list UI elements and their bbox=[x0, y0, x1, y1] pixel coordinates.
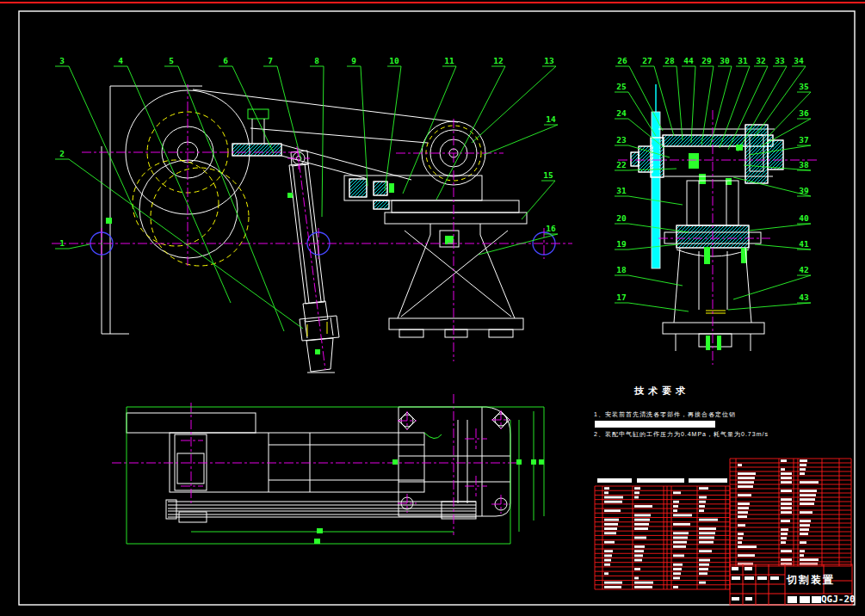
bom-cell-text-blob bbox=[634, 568, 640, 570]
bom-cell-text-blob bbox=[673, 554, 684, 557]
callout-label: 43 bbox=[799, 293, 809, 302]
bom-cell-text-blob bbox=[699, 519, 718, 521]
bom-cell-text-blob bbox=[781, 511, 792, 514]
plan-view bbox=[127, 407, 510, 522]
bom-cell-text-blob bbox=[634, 487, 640, 490]
callout-leader bbox=[472, 66, 556, 143]
callout-label: 16 bbox=[546, 224, 556, 233]
callout-label: 18 bbox=[616, 265, 627, 274]
bom-cell-text-blob bbox=[673, 572, 681, 575]
bom-cell-text-blob bbox=[738, 477, 755, 479]
rect-shape bbox=[768, 140, 783, 169]
bom-cell-text-blob bbox=[699, 582, 706, 584]
rect-shape bbox=[689, 153, 699, 169]
path-shape bbox=[398, 410, 510, 430]
bom-cell-text-blob bbox=[673, 501, 679, 503]
bom-cell-text-blob bbox=[634, 586, 652, 588]
path-shape bbox=[181, 428, 487, 496]
callout-label: 11 bbox=[444, 56, 454, 65]
bom-cell-text-blob bbox=[604, 501, 622, 503]
bom-cell-text-blob bbox=[634, 523, 649, 526]
callout-label: 35 bbox=[799, 82, 809, 91]
bom-cell-text-blob bbox=[800, 533, 808, 535]
path-shape bbox=[307, 322, 327, 336]
bom-cell-text-blob bbox=[800, 472, 805, 475]
bom-cell-text-blob bbox=[673, 537, 688, 539]
bom-cell-text-blob bbox=[800, 550, 805, 552]
bom-cell-text-blob bbox=[604, 564, 610, 566]
callout-leader bbox=[710, 66, 732, 146]
bom-cell-text-blob bbox=[800, 541, 806, 544]
rect-shape bbox=[651, 138, 664, 177]
callout-leader bbox=[55, 66, 138, 218]
cad-drawing: 3456789101112131415162126272844293031323… bbox=[0, 0, 865, 616]
cad-viewport: 3456789101112131415162126272844293031323… bbox=[0, 0, 865, 616]
bom-cell-text-blob bbox=[738, 494, 751, 496]
callout-label: 14 bbox=[546, 114, 556, 124]
rect-shape bbox=[663, 323, 764, 334]
path-shape bbox=[676, 334, 751, 351]
title-block-title: 切割装置 bbox=[787, 573, 835, 588]
bom-cell-text-blob bbox=[634, 554, 643, 557]
callout-label: 19 bbox=[616, 239, 627, 249]
rect-shape bbox=[637, 478, 684, 483]
bom-cell-text-blob bbox=[699, 568, 708, 570]
callout-label: 7 bbox=[268, 56, 273, 65]
path-shape bbox=[193, 89, 458, 143]
rect-shape bbox=[399, 330, 423, 337]
bom-cell-text-blob bbox=[800, 490, 817, 492]
bom-cell-text-blob bbox=[634, 519, 650, 521]
bom-cell-text-blob bbox=[604, 586, 621, 588]
bom-cell-text-blob bbox=[738, 511, 748, 514]
callout-label: 25 bbox=[616, 82, 627, 91]
callout-leader bbox=[728, 303, 811, 310]
bom-cell-text-blob bbox=[673, 564, 683, 566]
rect-shape bbox=[706, 336, 710, 350]
bom-cell-text-blob bbox=[673, 586, 678, 588]
bom-cell-text-blob bbox=[781, 490, 792, 492]
bom-cell-text-blob bbox=[781, 459, 787, 462]
callout-label: 17 bbox=[616, 293, 626, 302]
tech-requirement-item-2: 2、装配中气缸的工作压力为0.4MPa，耗气量为0.73m/s bbox=[594, 430, 769, 439]
rect-shape bbox=[489, 330, 513, 337]
bom-cell-text-blob bbox=[738, 541, 742, 544]
bom-cell-text-blob bbox=[800, 520, 811, 522]
callout-leader bbox=[164, 66, 284, 331]
bom-cell-text-blob bbox=[738, 472, 756, 475]
rect-shape bbox=[745, 576, 754, 580]
bom-cell-text-blob bbox=[738, 507, 749, 509]
rect-shape bbox=[248, 109, 269, 119]
callout-leader bbox=[615, 275, 683, 286]
bom-cell-text-blob bbox=[604, 559, 611, 562]
callout-label: 12 bbox=[493, 56, 503, 65]
rect-shape bbox=[757, 576, 767, 580]
rect-shape bbox=[812, 596, 821, 603]
path-shape bbox=[127, 407, 544, 544]
callout-label: 13 bbox=[544, 56, 554, 65]
bom-table-layer bbox=[595, 459, 851, 589]
bom-cell-text-blob bbox=[738, 533, 744, 535]
bom-cell-text-blob bbox=[634, 496, 639, 499]
rect-shape bbox=[788, 596, 797, 603]
callout-label: 9 bbox=[351, 56, 356, 65]
rect-shape bbox=[349, 179, 367, 197]
path-shape bbox=[168, 502, 476, 517]
side-view bbox=[631, 84, 783, 351]
callout-label: 29 bbox=[701, 56, 712, 65]
bom-cell-text-blob bbox=[604, 487, 609, 490]
rect-shape bbox=[389, 318, 523, 330]
bom-cell-text-blob bbox=[604, 523, 618, 526]
callout-leader bbox=[385, 66, 401, 191]
callout-label: 20 bbox=[616, 213, 627, 223]
rect-shape bbox=[445, 236, 454, 244]
bom-cell-text-blob bbox=[604, 554, 612, 557]
bom-cell-text-blob bbox=[673, 568, 682, 570]
rect-shape bbox=[314, 539, 320, 544]
callout-leader bbox=[749, 224, 811, 231]
path-shape bbox=[430, 224, 480, 235]
bom-cell-text-blob bbox=[634, 514, 651, 517]
bom-cell-text-blob bbox=[673, 491, 681, 494]
bom-cell-text-blob bbox=[673, 523, 690, 526]
callout-label: 30 bbox=[720, 56, 730, 65]
bom-cell-text-blob bbox=[781, 507, 792, 509]
